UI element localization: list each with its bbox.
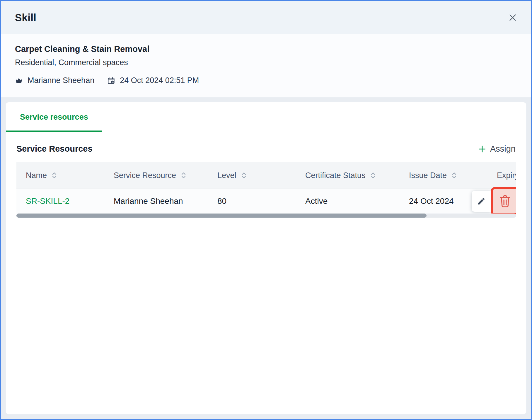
column-header-certificate-status[interactable]: Certificate Status [296,171,400,180]
table-row[interactable]: SR-SKILL-2 Marianne Sheehan 80 Active 24… [16,189,516,214]
row-name-link[interactable]: SR-SKILL-2 [26,197,69,206]
crown-icon [15,77,23,84]
edit-button[interactable] [472,191,491,212]
column-header-name[interactable]: Name [16,171,104,180]
row-service-resource: Marianne Sheehan [104,197,208,206]
section-head: Service Resources Assign [16,144,516,154]
assign-label: Assign [490,144,516,154]
sort-icon[interactable] [370,171,376,179]
tab-label: Service resources [20,113,88,122]
section-title: Service Resources [16,144,93,154]
sort-icon[interactable] [181,171,186,179]
column-header-service-resource[interactable]: Service Resource [104,171,208,180]
sort-icon[interactable] [451,171,457,179]
delete-highlight-box [491,187,516,215]
modal-header: Skill [1,1,531,34]
assign-button[interactable]: Assign [478,144,516,154]
column-header-level[interactable]: Level [208,171,296,180]
column-header-expiry-date[interactable]: Expiry Date [487,171,516,180]
pencil-icon [477,197,486,206]
skill-category: Residential, Commercial spaces [15,58,517,67]
owner-meta: Marianne Sheehan [15,76,94,85]
card-content: Service Resources Assign [6,132,526,218]
skill-name: Carpet Cleaning & Stain Removal [15,44,517,54]
column-header-issue-date[interactable]: Issue Date [400,171,487,180]
content-card: Service resources Service Resources Assi… [6,102,526,414]
skill-meta: Marianne Sheehan 24 Oct 2024 02:51 PM [15,76,517,85]
tab-bar: Service resources [6,102,526,132]
close-icon [508,13,517,22]
delete-button[interactable] [493,189,516,213]
calendar-clock-icon [107,77,115,84]
skill-info: Carpet Cleaning & Stain Removal Resident… [1,34,531,97]
service-resources-table: Name Service Resource [16,162,516,218]
owner-name: Marianne Sheehan [28,76,94,85]
plus-icon [478,145,487,153]
sort-icon[interactable] [241,171,247,179]
sort-icon[interactable] [52,171,57,179]
row-certificate-status: Active [296,197,400,206]
tab-service-resources[interactable]: Service resources [6,102,102,132]
trash-icon [499,194,511,208]
close-button[interactable] [506,11,519,24]
created-meta: 24 Oct 2024 02:51 PM [107,76,199,85]
horizontal-scrollbar-thumb[interactable] [16,214,427,218]
table-header-row: Name Service Resource [16,162,516,189]
row-level: 80 [208,197,296,206]
horizontal-scrollbar-track[interactable] [16,214,516,218]
skill-modal: Skill Carpet Cleaning & Stain Removal Re… [0,0,532,420]
created-datetime: 24 Oct 2024 02:51 PM [120,76,199,85]
modal-body: Service resources Service Resources Assi… [1,97,531,419]
row-actions [472,187,516,215]
modal-title: Skill [15,12,36,23]
